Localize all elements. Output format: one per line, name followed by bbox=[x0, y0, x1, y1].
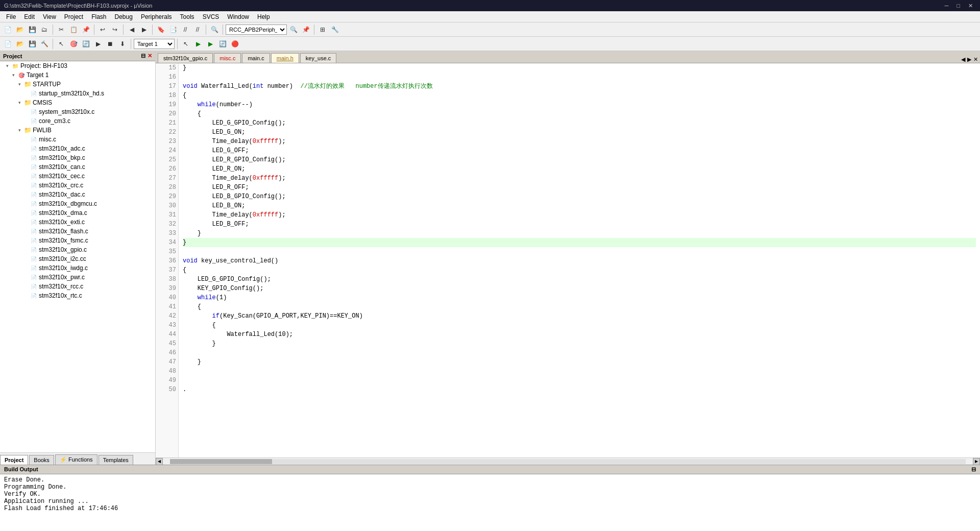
tree-item-rtc[interactable]: 📄 stm32f10x_rtc.c bbox=[0, 291, 155, 300]
tab-scroll-left-btn[interactable]: ◀ bbox=[961, 56, 965, 63]
menu-view[interactable]: View bbox=[39, 12, 60, 21]
tree-item-gpio[interactable]: 📄 stm32f10x_gpio.c bbox=[0, 245, 155, 254]
new-file-btn[interactable]: 📄 bbox=[2, 24, 13, 35]
build-btn[interactable]: ▶ bbox=[92, 38, 104, 50]
close-button[interactable]: ✕ bbox=[965, 3, 976, 9]
menu-project[interactable]: Project bbox=[60, 12, 87, 21]
save-btn[interactable]: 💾 bbox=[27, 24, 38, 35]
bookmarks-btn[interactable]: 🔖 bbox=[155, 24, 166, 35]
save-all-btn[interactable]: 🗂 bbox=[39, 24, 50, 35]
cursor-btn[interactable]: ↖ bbox=[56, 38, 67, 50]
tree-item-fsmc[interactable]: 📄 stm32f10x_fsmc.c bbox=[0, 236, 155, 245]
compile-btn[interactable]: 🔨 bbox=[39, 38, 50, 50]
tree-item-flash[interactable]: 📄 stm32f10x_flash.c bbox=[0, 227, 155, 236]
tab-gpio-c[interactable]: stm32f10x_gpio.c bbox=[158, 53, 213, 63]
tree-item-misc[interactable]: 📄 misc.c bbox=[0, 135, 155, 144]
display-btn[interactable]: ⊞ bbox=[317, 24, 328, 35]
redo-btn[interactable]: ↪ bbox=[109, 24, 120, 35]
tree-item-dac[interactable]: 📄 stm32f10x_dac.c bbox=[0, 190, 155, 199]
tab-scroll-right-btn[interactable]: ▶ bbox=[967, 56, 971, 63]
undo-btn[interactable]: ↩ bbox=[97, 24, 108, 35]
tab-close-btn[interactable]: ✕ bbox=[973, 56, 978, 63]
menu-window[interactable]: Window bbox=[223, 12, 253, 21]
bookmarks2-btn[interactable]: 📑 bbox=[167, 24, 179, 35]
tab-misc-c[interactable]: misc.c bbox=[214, 53, 241, 63]
menu-svcs[interactable]: SVCS bbox=[199, 12, 224, 21]
menu-tools[interactable]: Tools bbox=[176, 12, 199, 21]
scroll-right-arrow[interactable]: ▶ bbox=[973, 458, 980, 465]
download-btn[interactable]: ⬇ bbox=[117, 38, 128, 50]
tree-item-adc[interactable]: 📄 stm32f10x_adc.c bbox=[0, 144, 155, 153]
scrollbar-track[interactable] bbox=[170, 459, 966, 464]
tree-item-rcc[interactable]: 📄 stm32f10x_rcc.c bbox=[0, 282, 155, 291]
comment-btn[interactable]: // bbox=[180, 24, 191, 35]
target-select[interactable]: RCC_APB2Periph_G... bbox=[226, 25, 287, 35]
tool-btn[interactable]: 🔧 bbox=[329, 24, 340, 35]
expand-startup[interactable]: ▾ bbox=[16, 82, 22, 87]
find-btn[interactable]: 🔍 bbox=[209, 24, 220, 35]
open2-btn[interactable]: 📂 bbox=[14, 38, 26, 50]
tree-item-can[interactable]: 📄 stm32f10x_can.c bbox=[0, 162, 155, 172]
code-content[interactable]: } void Waterfall_Led(int number) //流水灯的效… bbox=[179, 63, 980, 457]
tree-item-startup-folder[interactable]: ▾ 📁 STARTUP bbox=[0, 80, 155, 89]
stop-btn[interactable]: ⏹ bbox=[105, 38, 116, 50]
nav-back-btn[interactable]: ◀ bbox=[126, 24, 137, 35]
paste-btn[interactable]: 📌 bbox=[80, 24, 91, 35]
target-opts-btn[interactable]: 🎯 bbox=[68, 38, 79, 50]
maximize-button[interactable]: □ bbox=[953, 3, 963, 9]
scrollbar-thumb[interactable] bbox=[170, 459, 272, 464]
tab-functions[interactable]: ⚡ Functions bbox=[55, 454, 97, 465]
tab-key-use-c[interactable]: key_use.c bbox=[300, 53, 337, 63]
tab-project[interactable]: Project bbox=[0, 455, 28, 465]
step-out-btn[interactable]: 🔄 bbox=[217, 38, 228, 50]
tab-books[interactable]: Books bbox=[29, 455, 54, 465]
uncomment-btn[interactable]: // bbox=[192, 24, 203, 35]
minimize-button[interactable]: ─ bbox=[942, 3, 952, 9]
save2-btn[interactable]: 💾 bbox=[27, 38, 38, 50]
tree-item-bkp[interactable]: 📄 stm32f10x_bkp.c bbox=[0, 153, 155, 162]
tab-templates[interactable]: Templates bbox=[99, 455, 133, 465]
tree-item-exti[interactable]: 📄 stm32f10x_exti.c bbox=[0, 218, 155, 227]
nav-fwd-btn[interactable]: ▶ bbox=[138, 24, 150, 35]
tree-item-i2c[interactable]: 📄 stm32f10x_i2c.cc bbox=[0, 254, 155, 263]
panel-dock-icon[interactable]: ⊟ bbox=[141, 53, 145, 59]
tree-item-cmsis-folder[interactable]: ▾ 📁 CMSIS bbox=[0, 98, 155, 107]
tree-item-iwdg[interactable]: 📄 stm32f10x_iwdg.c bbox=[0, 263, 155, 273]
expand-root[interactable]: ▾ bbox=[4, 63, 10, 68]
step-over-btn[interactable]: ▶ bbox=[205, 38, 216, 50]
open-btn[interactable]: 📂 bbox=[14, 24, 26, 35]
tree-item-startup-hd[interactable]: 📄 startup_stm32f10x_hd.s bbox=[0, 89, 155, 98]
scroll-left-arrow[interactable]: ◀ bbox=[156, 458, 163, 465]
menu-help[interactable]: Help bbox=[253, 12, 274, 21]
new2-btn[interactable]: 📄 bbox=[2, 38, 13, 50]
target-select2[interactable]: Target 1 bbox=[134, 39, 175, 49]
search-icon-btn[interactable]: 🔍 bbox=[288, 24, 299, 35]
cut-btn[interactable]: ✂ bbox=[56, 24, 67, 35]
tree-item-dbgmcu[interactable]: 📄 stm32f10x_dbgmcu.c bbox=[0, 199, 155, 208]
tree-item-root[interactable]: ▾ 📁 Project: BH-F103 bbox=[0, 61, 155, 70]
tree-item-core[interactable]: 📄 core_cm3.c bbox=[0, 116, 155, 126]
menu-edit[interactable]: Edit bbox=[20, 12, 39, 21]
copy-btn[interactable]: 📋 bbox=[68, 24, 79, 35]
menu-flash[interactable]: Flash bbox=[87, 12, 110, 21]
panel-close-icon[interactable]: ✕ bbox=[148, 53, 152, 59]
tree-item-crc[interactable]: 📄 stm32f10x_crc.c bbox=[0, 181, 155, 190]
pin-btn[interactable]: 📌 bbox=[300, 24, 311, 35]
tree-item-pwr[interactable]: 📄 stm32f10x_pwr.c bbox=[0, 273, 155, 282]
build-output-dock-icon[interactable]: ⊟ bbox=[971, 466, 976, 472]
tab-main-c[interactable]: main.c bbox=[242, 53, 270, 63]
debug-sel-btn[interactable]: ↖ bbox=[180, 38, 191, 50]
expand-target1[interactable]: ▾ bbox=[10, 73, 16, 78]
tree-item-dma[interactable]: 📄 stm32f10x_dma.c bbox=[0, 208, 155, 218]
tree-item-fwlib-folder[interactable]: ▾ 📁 FWLIB bbox=[0, 126, 155, 135]
menu-peripherals[interactable]: Peripherals bbox=[137, 12, 176, 21]
tab-main-h[interactable]: main.h bbox=[271, 53, 299, 63]
tree-item-target1[interactable]: ▾ 🎯 Target 1 bbox=[0, 70, 155, 80]
tree-item-cec[interactable]: 📄 stm32f10x_cec.c bbox=[0, 172, 155, 181]
menu-debug[interactable]: Debug bbox=[111, 12, 137, 21]
expand-fwlib[interactable]: ▾ bbox=[16, 128, 22, 133]
tree-item-system[interactable]: 📄 system_stm32f10x.c bbox=[0, 107, 155, 116]
rebuild-btn[interactable]: 🔄 bbox=[80, 38, 91, 50]
step-into-btn[interactable]: ▶ bbox=[192, 38, 204, 50]
menu-file[interactable]: File bbox=[2, 12, 20, 21]
